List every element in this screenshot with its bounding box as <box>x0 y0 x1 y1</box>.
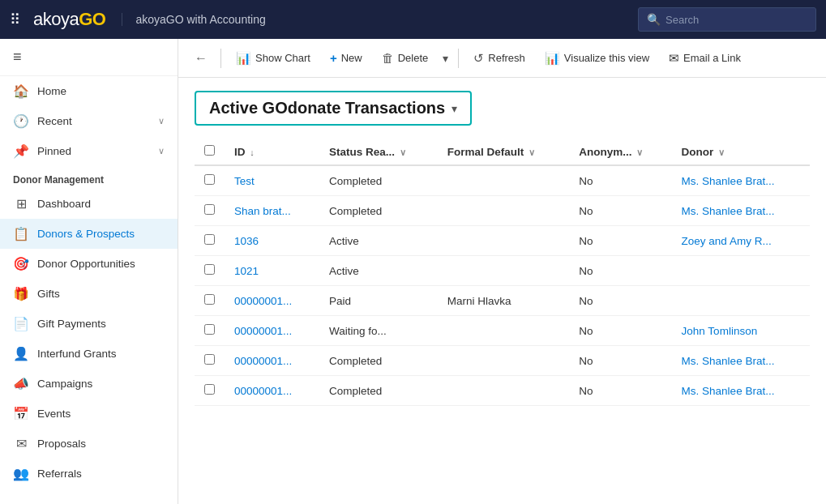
row-status-reason: Waiting fo... <box>319 316 438 346</box>
row-donor[interactable]: Ms. Shanlee Brat... <box>672 346 810 376</box>
filter-icon: ∨ <box>636 147 643 157</box>
sidebar-item-gifts[interactable]: 🎁 Gifts <box>0 279 178 309</box>
refresh-icon: ↺ <box>473 51 484 66</box>
search-input[interactable] <box>666 14 807 26</box>
header-id[interactable]: ID ↓ <box>225 139 319 165</box>
row-checkbox[interactable] <box>204 174 215 185</box>
delete-icon: 🗑 <box>382 51 394 65</box>
sidebar-section-header: Donor Management <box>0 166 178 189</box>
row-status-reason: Completed <box>319 196 438 226</box>
header-anonymous[interactable]: Anonym... ∨ <box>569 139 671 165</box>
grid-icon[interactable]: ⠿ <box>10 11 20 28</box>
sidebar-item-label: Events <box>37 408 165 420</box>
filter-icon: ∨ <box>529 147 535 157</box>
refresh-button[interactable]: ↺ Refresh <box>465 47 533 70</box>
sidebar-item-events[interactable]: 📅 Events <box>0 399 178 429</box>
visualize-button[interactable]: 📊 Visualize this view <box>537 47 657 70</box>
app-title: akoyaGO with Accounting <box>122 13 265 26</box>
row-checkbox-cell <box>195 256 225 286</box>
dropdown-button[interactable]: ▾ <box>439 48 452 69</box>
sidebar-item-donors[interactable]: 📋 Donors & Prospects <box>0 219 178 249</box>
row-id[interactable]: 00000001... <box>225 316 319 346</box>
row-checkbox-cell <box>195 376 225 406</box>
sidebar-item-recent[interactable]: 🕐 Recent ∨ <box>0 106 178 136</box>
row-id[interactable]: 00000001... <box>225 346 319 376</box>
row-donor[interactable]: John Tomlinson <box>672 316 810 346</box>
chevron-down-icon: ∨ <box>158 116 165 126</box>
row-checkbox[interactable] <box>204 204 215 215</box>
data-table: ID ↓ Status Rea... ∨ Formal Default ∨ <box>195 139 810 406</box>
row-id[interactable]: Test <box>225 165 319 196</box>
table-body: Test Completed No Ms. Shanlee Brat... Sh… <box>195 165 810 406</box>
separator <box>458 49 459 68</box>
show-chart-button[interactable]: 📊 Show Chart <box>228 47 319 70</box>
row-checkbox[interactable] <box>204 384 215 395</box>
sidebar-item-pinned[interactable]: 📌 Pinned ∨ <box>0 136 178 166</box>
row-formal-default <box>438 256 569 286</box>
gift-payments-icon: 📄 <box>13 316 29 331</box>
header-formal-default[interactable]: Formal Default ∨ <box>438 139 569 165</box>
row-formal-default: Marni Hlavka <box>438 286 569 316</box>
row-checkbox-cell <box>195 226 225 256</box>
sidebar-item-gift-payments[interactable]: 📄 Gift Payments <box>0 309 178 339</box>
sidebar-item-label: Proposals <box>37 438 165 450</box>
sidebar-item-label: Gift Payments <box>37 318 165 330</box>
header-donor[interactable]: Donor ∨ <box>672 139 810 165</box>
row-formal-default <box>438 165 569 196</box>
pin-icon: 📌 <box>13 143 29 159</box>
row-id[interactable]: 00000001... <box>225 376 319 406</box>
table-row: Shan brat... Completed No Ms. Shanlee Br… <box>195 196 810 226</box>
gifts-icon: 🎁 <box>13 286 29 301</box>
logo-text: akoyaGO <box>33 9 105 30</box>
row-donor <box>672 286 810 316</box>
plus-icon: + <box>330 51 337 65</box>
sidebar-item-dashboard[interactable]: ⊞ Dashboard <box>0 189 178 219</box>
table-row: 00000001... Paid Marni Hlavka No <box>195 286 810 316</box>
row-id[interactable]: 1021 <box>225 256 319 286</box>
view-title-box[interactable]: Active GOdonate Transactions ▾ <box>195 91 472 126</box>
campaigns-icon: 📣 <box>13 376 29 391</box>
sidebar-item-opportunities[interactable]: 🎯 Donor Opportunities <box>0 249 178 279</box>
sidebar-item-campaigns[interactable]: 📣 Campaigns <box>0 369 178 399</box>
table-row: 00000001... Completed No Ms. Shanlee Bra… <box>195 346 810 376</box>
row-anonymous: No <box>569 316 671 346</box>
search-box[interactable]: 🔍 <box>638 7 816 32</box>
row-formal-default <box>438 346 569 376</box>
back-button[interactable]: ← <box>188 47 214 70</box>
view-title-row: Active GOdonate Transactions ▾ <box>195 91 810 126</box>
sort-icon: ↓ <box>250 147 255 157</box>
sidebar-item-interfund[interactable]: 👤 Interfund Grants <box>0 339 178 369</box>
row-id[interactable]: Shan brat... <box>225 196 319 226</box>
row-checkbox[interactable] <box>204 354 215 365</box>
email-link-button[interactable]: ✉ Email a Link <box>661 47 749 70</box>
delete-button[interactable]: 🗑 Delete <box>374 47 437 69</box>
row-checkbox[interactable] <box>204 264 215 275</box>
sidebar-item-proposals[interactable]: ✉ Proposals <box>0 429 178 459</box>
select-all-checkbox[interactable] <box>204 145 215 156</box>
row-anonymous: No <box>569 376 671 406</box>
row-status-reason: Completed <box>319 376 438 406</box>
row-status-reason: Completed <box>319 165 438 196</box>
row-id[interactable]: 1036 <box>225 226 319 256</box>
row-donor[interactable]: Ms. Shanlee Brat... <box>672 196 810 226</box>
row-donor[interactable]: Ms. Shanlee Brat... <box>672 376 810 406</box>
row-id[interactable]: 00000001... <box>225 286 319 316</box>
row-donor[interactable]: Zoey and Amy R... <box>672 226 810 256</box>
table-header: ID ↓ Status Rea... ∨ Formal Default ∨ <box>195 139 810 165</box>
row-formal-default <box>438 226 569 256</box>
sidebar-item-label: Dashboard <box>37 198 165 210</box>
row-status-reason: Active <box>319 256 438 286</box>
row-checkbox[interactable] <box>204 324 215 335</box>
sidebar-item-home[interactable]: 🏠 Home <box>0 76 178 106</box>
row-checkbox[interactable] <box>204 234 215 245</box>
new-button[interactable]: + New <box>322 47 370 69</box>
chevron-down-icon: ∨ <box>158 146 165 156</box>
row-anonymous: No <box>569 196 671 226</box>
sidebar-item-referrals[interactable]: 👥 Referrals <box>0 459 178 489</box>
table-row: 1036 Active No Zoey and Amy R... <box>195 226 810 256</box>
sidebar-toggle[interactable]: ≡ <box>0 39 178 76</box>
row-checkbox[interactable] <box>204 294 215 305</box>
header-status-reason[interactable]: Status Rea... ∨ <box>319 139 438 165</box>
dashboard-icon: ⊞ <box>13 196 29 211</box>
row-donor[interactable]: Ms. Shanlee Brat... <box>672 165 810 196</box>
